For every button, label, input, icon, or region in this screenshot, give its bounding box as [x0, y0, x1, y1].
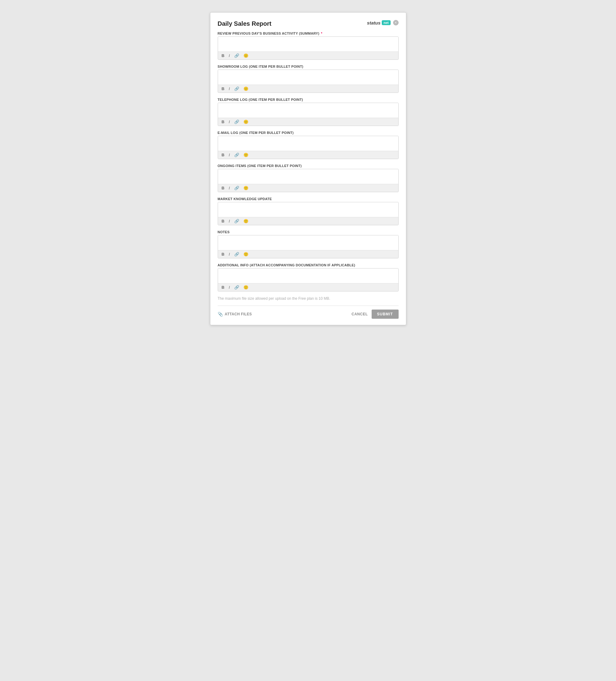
link-button-4[interactable]: 🔗: [233, 185, 240, 191]
link-button-6[interactable]: 🔗: [233, 252, 240, 257]
editor-review-summary: B I 🔗 🙂: [218, 36, 399, 60]
label-market-knowledge: MARKET KNOWLEDGE UPDATE: [218, 197, 399, 201]
italic-button-0[interactable]: I: [227, 53, 231, 58]
input-email-log[interactable]: [218, 136, 398, 151]
link-button-1[interactable]: 🔗: [233, 86, 240, 91]
modal-footer: 📎 ATTACH FILES CANCEL SUBMIT: [218, 309, 399, 319]
modal-header: Daily Sales Report status net ×: [218, 20, 399, 27]
emoji-button-1[interactable]: 🙂: [242, 86, 250, 91]
field-showroom-log: SHOWROOM LOG (ONE ITEM PER BULLET POINT)…: [218, 65, 399, 93]
editor-market-knowledge: B I 🔗 🙂: [218, 202, 399, 225]
link-button-0[interactable]: 🔗: [233, 53, 240, 58]
bold-button-5[interactable]: B: [220, 219, 226, 224]
input-review-summary[interactable]: [218, 37, 398, 51]
attach-files-label: ATTACH FILES: [225, 312, 252, 316]
modal-title: Daily Sales Report: [218, 20, 272, 27]
attach-icon: 📎: [218, 312, 223, 317]
link-button-7[interactable]: 🔗: [233, 285, 240, 290]
file-upload-note: The maximum file size allowed per upload…: [218, 296, 399, 301]
field-ongoing-items: ONGOING ITEMS (ONE ITEM PER BULLET POINT…: [218, 164, 399, 192]
emoji-button-0[interactable]: 🙂: [242, 53, 250, 58]
label-notes: NOTES: [218, 230, 399, 234]
italic-button-4[interactable]: I: [227, 185, 231, 191]
modal-title-group: Daily Sales Report: [218, 20, 272, 27]
toolbar-showroom-log: B I 🔗 🙂: [218, 84, 398, 93]
input-showroom-log[interactable]: [218, 70, 398, 84]
italic-button-1[interactable]: I: [227, 86, 231, 91]
emoji-button-3[interactable]: 🙂: [242, 152, 250, 157]
toolbar-email-log: B I 🔗 🙂: [218, 151, 398, 159]
modal-container: Daily Sales Report status net × REVIEW P…: [210, 12, 406, 325]
input-notes[interactable]: [218, 235, 398, 250]
field-notes: NOTES B I 🔗 🙂: [218, 230, 399, 258]
italic-button-2[interactable]: I: [227, 119, 231, 124]
emoji-button-4[interactable]: 🙂: [242, 185, 250, 191]
footer-actions: CANCEL SUBMIT: [352, 309, 399, 319]
label-showroom-log: SHOWROOM LOG (ONE ITEM PER BULLET POINT): [218, 65, 399, 68]
input-additional-info[interactable]: [218, 269, 398, 283]
input-telephone-log[interactable]: [218, 103, 398, 118]
cancel-button[interactable]: CANCEL: [352, 312, 368, 316]
brand-badge: net: [382, 20, 391, 25]
brand-text: status: [367, 20, 380, 25]
bold-button-1[interactable]: B: [220, 86, 226, 91]
editor-telephone-log: B I 🔗 🙂: [218, 103, 399, 126]
italic-button-6[interactable]: I: [227, 252, 231, 257]
bold-button-2[interactable]: B: [220, 119, 226, 124]
editor-email-log: B I 🔗 🙂: [218, 136, 399, 159]
field-market-knowledge: MARKET KNOWLEDGE UPDATE B I 🔗 🙂: [218, 197, 399, 225]
field-email-log: E-MAIL LOG (ONE ITEM PER BULLET POINT) B…: [218, 131, 399, 159]
italic-button-5[interactable]: I: [227, 219, 231, 224]
bold-button-6[interactable]: B: [220, 252, 226, 257]
label-additional-info: ADDITIONAL INFO (ATTACH ACCOMPANYING DOC…: [218, 263, 399, 267]
emoji-button-6[interactable]: 🙂: [242, 252, 250, 257]
italic-button-3[interactable]: I: [227, 152, 231, 157]
required-asterisk: *: [320, 31, 322, 35]
input-ongoing-items[interactable]: [218, 169, 398, 184]
submit-button[interactable]: SUBMIT: [372, 309, 399, 319]
bold-button-7[interactable]: B: [220, 285, 226, 290]
toolbar-notes: B I 🔗 🙂: [218, 250, 398, 258]
label-telephone-log: TELEPHONE LOG (ONE ITEM PER BULLET POINT…: [218, 98, 399, 101]
link-button-2[interactable]: 🔗: [233, 119, 240, 124]
emoji-button-2[interactable]: 🙂: [242, 119, 250, 124]
emoji-button-7[interactable]: 🙂: [242, 285, 250, 290]
field-review-summary: REVIEW PREVIOUS DAY'S BUSINESS ACTIVITY …: [218, 31, 399, 60]
italic-button-7[interactable]: I: [227, 285, 231, 290]
header-right: status net ×: [367, 20, 399, 25]
label-ongoing-items: ONGOING ITEMS (ONE ITEM PER BULLET POINT…: [218, 164, 399, 168]
bold-button-0[interactable]: B: [220, 53, 226, 58]
label-email-log: E-MAIL LOG (ONE ITEM PER BULLET POINT): [218, 131, 399, 134]
toolbar-review-summary: B I 🔗 🙂: [218, 51, 398, 59]
toolbar-market-knowledge: B I 🔗 🙂: [218, 217, 398, 225]
status-badge: status net: [367, 20, 391, 25]
editor-additional-info: B I 🔗 🙂: [218, 268, 399, 292]
toolbar-additional-info: B I 🔗 🙂: [218, 283, 398, 291]
toolbar-ongoing-items: B I 🔗 🙂: [218, 184, 398, 192]
close-button[interactable]: ×: [393, 20, 399, 25]
bold-button-3[interactable]: B: [220, 152, 226, 157]
toolbar-telephone-log: B I 🔗 🙂: [218, 118, 398, 126]
label-review-summary: REVIEW PREVIOUS DAY'S BUSINESS ACTIVITY …: [218, 31, 399, 35]
field-telephone-log: TELEPHONE LOG (ONE ITEM PER BULLET POINT…: [218, 98, 399, 126]
emoji-button-5[interactable]: 🙂: [242, 219, 250, 224]
editor-notes: B I 🔗 🙂: [218, 235, 399, 258]
link-button-3[interactable]: 🔗: [233, 152, 240, 157]
field-additional-info: ADDITIONAL INFO (ATTACH ACCOMPANYING DOC…: [218, 263, 399, 292]
editor-showroom-log: B I 🔗 🙂: [218, 70, 399, 93]
bold-button-4[interactable]: B: [220, 185, 226, 191]
editor-ongoing-items: B I 🔗 🙂: [218, 169, 399, 192]
input-market-knowledge[interactable]: [218, 202, 398, 217]
link-button-5[interactable]: 🔗: [233, 219, 240, 224]
attach-files-button[interactable]: 📎 ATTACH FILES: [218, 312, 252, 317]
